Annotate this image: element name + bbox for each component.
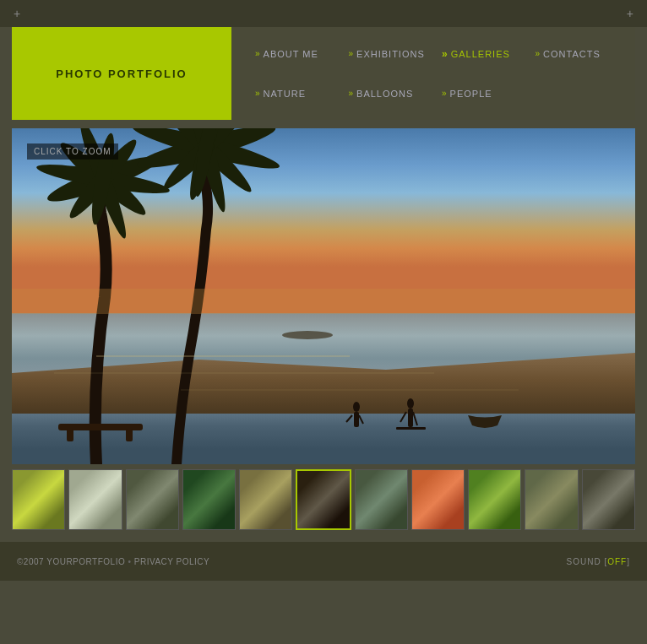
nav-label-balloons: BALLOONS	[356, 89, 413, 99]
thumbnail-7[interactable]	[355, 469, 408, 530]
nav-arrow-about-me: »	[255, 49, 260, 58]
top-bar-right: +	[627, 7, 633, 20]
footer-copyright: ©2007 YOURPORTFOLIO • PRIVACY POLICY	[17, 557, 209, 566]
copyright-text: ©2007 YOURPORTFOLIO	[17, 557, 125, 566]
nav-balloons[interactable]: » BALLOONS	[342, 75, 432, 111]
nav-label-galleries: GALLERIES	[451, 49, 510, 59]
top-bar: + +	[0, 0, 647, 27]
thumb-inner-1	[13, 470, 64, 529]
click-zoom-label: CLICK TO ZOOM	[27, 143, 118, 160]
privacy-policy-link[interactable]: PRIVACY POLICY	[134, 557, 209, 566]
nav-galleries[interactable]: » GALLERIES	[435, 35, 525, 72]
thumbnail-11[interactable]	[582, 469, 635, 530]
sound-state: OFF	[607, 557, 627, 566]
thumbnail-8[interactable]	[411, 469, 465, 530]
thumbnail-4[interactable]	[182, 469, 236, 530]
footer: ©2007 YOURPORTFOLIO • PRIVACY POLICY SOU…	[0, 542, 647, 581]
thumbnail-5[interactable]	[239, 469, 292, 530]
thumb-inner-5	[240, 470, 291, 529]
thumbnail-1[interactable]	[12, 469, 65, 530]
beach-scene	[12, 128, 635, 464]
thumb-inner-9	[469, 470, 520, 529]
nav-about-me[interactable]: » ABOUT ME	[248, 35, 339, 72]
thumbnail-6[interactable]	[296, 469, 351, 530]
thumbnail-2[interactable]	[68, 469, 122, 530]
thumbnail-9[interactable]	[468, 469, 521, 530]
nav-arrow-people: »	[442, 89, 447, 98]
sound-label: SOUND [	[567, 557, 608, 566]
nav-label-exhibitions: EXHIBITIONS	[356, 49, 425, 59]
footer-sound[interactable]: SOUND [OFF]	[567, 557, 630, 566]
nav-contacts[interactable]: » CONTACTS	[529, 35, 619, 72]
nav-people[interactable]: » PEOPLE	[435, 75, 525, 111]
thumbnail-strip	[12, 469, 635, 530]
sound-close: ]	[627, 557, 630, 566]
logo-text: PHOTO PORTFOLIO	[56, 68, 187, 80]
thumb-inner-4	[183, 470, 235, 529]
nav-box: » ABOUT ME » EXHIBITIONS » GALLERIES » C…	[231, 27, 635, 120]
nav-arrow-galleries: »	[442, 48, 448, 60]
nav-arrow-contacts: »	[536, 49, 541, 58]
nav-label-people: PEOPLE	[450, 89, 492, 99]
logo-box[interactable]: PHOTO PORTFOLIO	[12, 27, 231, 120]
nav-arrow-balloons: »	[349, 89, 354, 98]
main-image-container[interactable]: CLICK TO ZOOM	[12, 128, 635, 464]
thumbnail-10[interactable]	[525, 469, 578, 530]
thumb-inner-10	[525, 470, 577, 529]
thumb-inner-6	[297, 471, 349, 528]
top-bar-left: +	[14, 7, 20, 20]
footer-separator: •	[128, 557, 132, 566]
thumbnail-3[interactable]	[126, 469, 179, 530]
header: PHOTO PORTFOLIO » ABOUT ME » EXHIBITIONS…	[12, 27, 635, 120]
nav-arrow-nature: »	[255, 89, 260, 98]
thumb-inner-2	[69, 470, 121, 529]
nav-label-contacts: CONTACTS	[543, 49, 601, 59]
thumb-inner-3	[127, 470, 178, 529]
nav-label-nature: NATURE	[264, 89, 306, 99]
nav-nature[interactable]: » NATURE	[248, 75, 339, 111]
thumb-inner-8	[412, 470, 464, 529]
thumb-inner-7	[356, 470, 407, 529]
nav-arrow-exhibitions: »	[349, 49, 354, 58]
nav-exhibitions[interactable]: » EXHIBITIONS	[342, 35, 432, 72]
thumb-inner-11	[583, 470, 634, 529]
nav-label-about-me: ABOUT ME	[264, 49, 318, 59]
